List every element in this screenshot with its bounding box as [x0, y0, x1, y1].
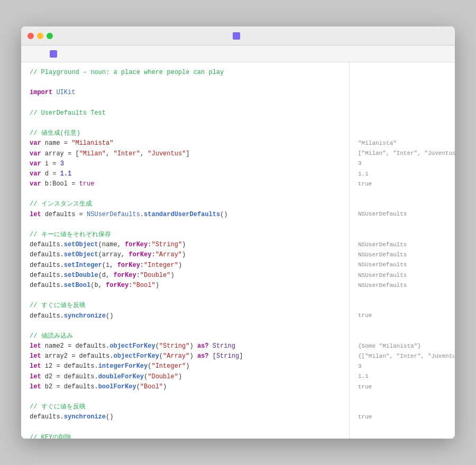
output-line: [350, 189, 455, 199]
comment-text: // すぐに値を反映: [30, 301, 86, 311]
code-text: defaults.setObject(name, forKey:"String"…: [30, 240, 186, 250]
code-line: let array2 = defaults.objectForKey("Arra…: [21, 351, 349, 361]
output-line: 1.1: [350, 372, 455, 382]
code-line: [21, 220, 349, 230]
code-line: defaults.setObject(name, forKey:"String"…: [21, 240, 349, 250]
output-line: NSUserDefaults: [350, 210, 455, 220]
output-value: 3: [358, 159, 362, 169]
comment-text: // すぐに値を反映: [30, 402, 86, 412]
code-text: let array2 = defaults.objectForKey("Arra…: [30, 351, 243, 361]
comment-text: // KEYの削除: [30, 433, 71, 439]
code-line: let b2 = defaults.boolForKey("Bool"): [21, 382, 349, 392]
output-line: [350, 433, 455, 439]
code-line: var b:Bool = true: [21, 179, 349, 189]
comment-text: // Playground – noun: a place where peop…: [30, 68, 224, 78]
output-line: NSUserDefaults: [350, 250, 455, 260]
output-line: ["Milan", "Inter", "Juventus"]: [350, 149, 455, 159]
output-value: NSUserDefaults: [358, 271, 407, 281]
code-text: let defaults = NSUserDefaults.standardUs…: [30, 210, 228, 220]
code-text: let i2 = defaults.integerForKey("Integer…: [30, 361, 189, 371]
code-text: var array = ["Milan", "Inter", "Juventus…: [30, 149, 190, 159]
output-line: 1.1: [350, 169, 455, 179]
output-line: true: [350, 179, 455, 189]
output-value: 3: [358, 362, 362, 371]
code-line: // UserDefaults Test: [21, 108, 349, 118]
code-line: defaults.setBool(b, forKey:"Bool"): [21, 281, 349, 291]
output-line: "Milanista": [350, 138, 455, 148]
output-line: NSUserDefaults: [350, 261, 455, 271]
code-line: // 値読み込み: [21, 331, 349, 341]
output-line: {["Milan", "Inter", "Juventus"]}: [350, 351, 455, 361]
output-line: [350, 118, 455, 128]
output-value: NSUserDefaults: [358, 281, 407, 291]
output-value: NSUserDefaults: [358, 261, 407, 270]
output-line: [350, 88, 455, 98]
code-line: // Playground – noun: a place where peop…: [21, 68, 349, 78]
output-line: [350, 402, 455, 412]
code-line: var i = 3: [21, 159, 349, 169]
code-editor[interactable]: // Playground – noun: a place where peop…: [21, 62, 349, 439]
code-line: defaults.synchronize(): [21, 311, 349, 321]
toolbar: [21, 45, 455, 62]
output-value: ["Milan", "Inter", "Juventus"]: [358, 149, 455, 159]
output-line: true: [350, 311, 455, 321]
code-line: // 値生成(任意): [21, 128, 349, 138]
output-line: [350, 392, 455, 402]
output-value: true: [358, 413, 372, 422]
code-text: defaults.synchronize(): [30, 311, 113, 321]
title-bar: [21, 26, 455, 45]
output-line: [350, 423, 455, 433]
output-value: true: [358, 180, 372, 189]
code-line: [21, 189, 349, 199]
output-line: [350, 98, 455, 108]
output-line: NSUserDefaults: [350, 271, 455, 281]
output-value: 1.1: [358, 372, 369, 382]
code-text: defaults.setDouble(d, forKey:"Double"): [30, 271, 175, 281]
code-line: // KEYの削除: [21, 433, 349, 439]
output-panel: "Milanista"["Milan", "Inter", "Juventus"…: [349, 62, 455, 439]
back-button[interactable]: [33, 53, 37, 55]
code-text: defaults.setInteger(i, forKey:"Integer"): [30, 261, 182, 271]
output-line: [350, 230, 455, 240]
output-line: NSUserDefaults: [350, 281, 455, 291]
code-line: [21, 78, 349, 88]
code-text: let name2 = defaults.objectForKey("Strin…: [30, 341, 235, 351]
code-line: import UIKit: [21, 88, 349, 98]
comment-text: // インスタンス生成: [30, 199, 92, 209]
output-value: NSUserDefaults: [358, 250, 407, 260]
code-line: [21, 291, 349, 301]
forward-button[interactable]: [40, 53, 44, 55]
output-line: 3: [350, 361, 455, 371]
close-button[interactable]: [28, 33, 34, 39]
code-line: // すぐに値を反映: [21, 402, 349, 412]
code-text: defaults.synchronize(): [30, 412, 113, 422]
comment-text: // UserDefaults Test: [30, 108, 106, 118]
output-line: [350, 220, 455, 230]
code-line: // キーに値をそれぞれ保存: [21, 230, 349, 240]
output-line: [350, 301, 455, 311]
code-text: var b:Bool = true: [30, 179, 94, 189]
code-line: defaults.synchronize(): [21, 412, 349, 422]
code-line: defaults.setDouble(d, forKey:"Double"): [21, 271, 349, 281]
code-line: let defaults = NSUserDefaults.standardUs…: [21, 210, 349, 220]
code-text: var i = 3: [30, 159, 64, 169]
output-value: true: [358, 311, 372, 321]
code-line: defaults.setObject(array, forKey:"Array"…: [21, 250, 349, 260]
output-line: true: [350, 412, 455, 422]
code-line: var array = ["Milan", "Inter", "Juventus…: [21, 149, 349, 159]
code-text: let b2 = defaults.boolForKey("Bool"): [30, 382, 167, 392]
code-line: [21, 321, 349, 331]
grid-view-button[interactable]: [25, 53, 30, 55]
output-line: NSUserDefaults: [350, 240, 455, 250]
xcode-window: // Playground – noun: a place where peop…: [21, 26, 455, 439]
code-line: [21, 118, 349, 128]
output-line: [350, 128, 455, 138]
output-line: true: [350, 382, 455, 392]
traffic-lights: [28, 33, 53, 39]
maximize-button[interactable]: [47, 33, 53, 39]
minimize-button[interactable]: [37, 33, 43, 39]
output-value: "Milanista": [358, 139, 397, 148]
code-line: // すぐに値を反映: [21, 301, 349, 311]
output-line: 3: [350, 159, 455, 169]
code-line: var name = "Milanista": [21, 138, 349, 148]
